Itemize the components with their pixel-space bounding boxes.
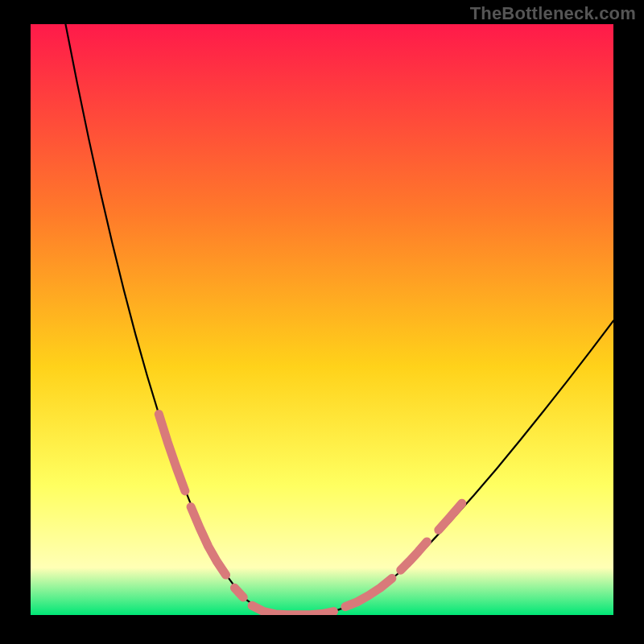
chart-frame: TheBottleneck.com bbox=[0, 0, 644, 644]
chart-svg bbox=[31, 24, 613, 615]
gradient-background bbox=[31, 24, 613, 615]
plot-area bbox=[31, 24, 613, 615]
watermark-text: TheBottleneck.com bbox=[470, 3, 636, 24]
